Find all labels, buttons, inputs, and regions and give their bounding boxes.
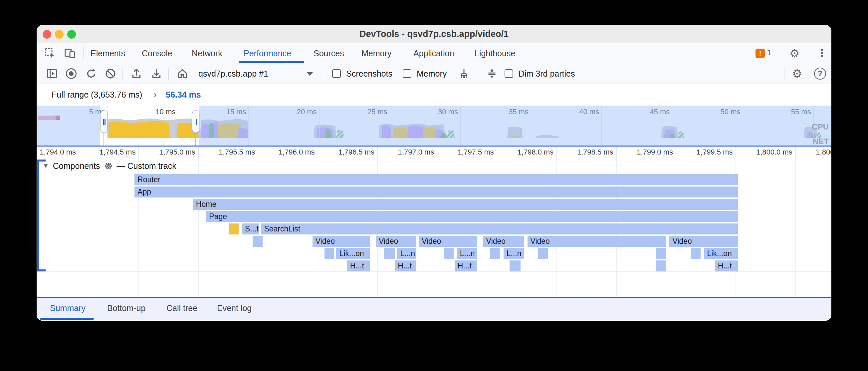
- breadcrumb-full-range[interactable]: Full range (3,653.76 ms): [52, 84, 142, 106]
- flame-event[interactable]: [691, 248, 701, 259]
- flame-event-video[interactable]: Video: [419, 236, 477, 247]
- flame-event-ln[interactable]: L...n: [457, 248, 477, 259]
- flame-event-video[interactable]: Video: [483, 236, 524, 247]
- flame-gridline: [796, 158, 796, 297]
- memory-checkbox[interactable]: [403, 69, 411, 78]
- window-title: DevTools - qsvd7p.csb.app/video/1: [37, 25, 831, 43]
- flame-event-ht[interactable]: H...t: [715, 260, 738, 272]
- tab-bottom-up[interactable]: Bottom-up: [107, 298, 146, 320]
- timeline-overview[interactable]: CPU NET 5 ms10 ms15 ms20 ms25 ms30 ms35 …: [37, 106, 831, 146]
- target-select-arrow-icon[interactable]: [307, 72, 313, 76]
- issues-count[interactable]: 1: [767, 48, 771, 57]
- flame-event[interactable]: [444, 248, 453, 259]
- ruler-tick-label: 1,800.0 ms: [724, 148, 793, 156]
- flame-event-ht[interactable]: H...t: [347, 260, 370, 272]
- flame-event-video[interactable]: Video: [376, 236, 417, 247]
- collapse-tracks-icon[interactable]: [486, 67, 498, 80]
- more-options-icon[interactable]: ⋮: [817, 46, 827, 61]
- flame-event-video[interactable]: Video: [669, 236, 738, 247]
- flame-chart[interactable]: ▼ Components — Custom track RouterAppHom…: [37, 158, 831, 297]
- ruler-tick-label: 1,797.0 ms: [366, 148, 434, 156]
- target-select[interactable]: qsvd7p.csb.app #1: [198, 63, 268, 84]
- tab-sources[interactable]: Sources: [312, 43, 345, 63]
- tab-summary[interactable]: Summary: [50, 298, 86, 320]
- download-profile-icon[interactable]: [150, 67, 162, 80]
- flame-gridline: [79, 158, 79, 297]
- ruler-tick-label: 1,799.5 ms: [664, 148, 733, 156]
- flame-event[interactable]: [490, 248, 500, 259]
- record-button[interactable]: [66, 68, 76, 79]
- overview-shade-right[interactable]: [199, 106, 831, 146]
- flame-event-likon[interactable]: Lik...on: [704, 248, 738, 259]
- inspect-element-icon[interactable]: [44, 47, 56, 59]
- performance-toolbar: qsvd7p.csb.app #1 Screenshots Memory Dim…: [37, 63, 831, 84]
- flame-event[interactable]: [253, 236, 262, 247]
- tab-call-tree[interactable]: Call tree: [166, 298, 197, 320]
- home-icon[interactable]: [176, 67, 188, 80]
- tab-performance[interactable]: Performance: [242, 43, 292, 63]
- flame-event-searchlist[interactable]: SearchList: [261, 224, 738, 234]
- settings-gear-icon[interactable]: ⚙: [789, 46, 800, 61]
- selected-track-bracket: [37, 160, 39, 272]
- flame-event-router[interactable]: Router: [134, 174, 738, 185]
- flame-event-app[interactable]: App: [134, 187, 738, 198]
- tab-lighthouse[interactable]: Lighthouse: [473, 43, 517, 63]
- flame-event[interactable]: [509, 260, 521, 272]
- ruler-tick-label: 1,794.5 ms: [68, 148, 135, 156]
- track-bottom-divider: [37, 272, 831, 272]
- flame-event-ln[interactable]: L...n: [503, 248, 524, 259]
- flame-event[interactable]: [656, 248, 666, 259]
- range-breadcrumb: Full range (3,653.76 ms) › 56.34 ms: [37, 84, 831, 106]
- tab-event-log[interactable]: Event log: [217, 298, 252, 320]
- track-suffix: — Custom track: [117, 161, 176, 171]
- titlebar: DevTools - qsvd7p.csb.app/video/1: [37, 25, 831, 43]
- flame-event-ht[interactable]: H...t: [395, 260, 416, 272]
- flame-event-ln[interactable]: L...n: [397, 248, 416, 259]
- upload-profile-icon[interactable]: [130, 67, 143, 80]
- flame-event[interactable]: [324, 248, 334, 259]
- active-bottom-tab-underline: [40, 318, 94, 320]
- separator: [168, 67, 169, 80]
- screenshots-label: Screenshots: [346, 63, 393, 84]
- ruler-tick-label: 1,798.0 ms: [486, 148, 554, 156]
- tab-console[interactable]: Console: [141, 43, 174, 63]
- tab-network[interactable]: Network: [190, 43, 224, 63]
- capture-settings-gear-icon[interactable]: ⚙: [792, 66, 802, 81]
- flame-event-video[interactable]: Video: [312, 236, 370, 247]
- device-toolbar-icon[interactable]: [64, 47, 76, 59]
- breadcrumb-selected-range[interactable]: 56.34 ms: [166, 84, 201, 106]
- issues-badge-icon[interactable]: !: [755, 49, 765, 58]
- tab-memory[interactable]: Memory: [360, 43, 393, 63]
- help-icon[interactable]: ?: [814, 67, 826, 80]
- overview-handle-right[interactable]: [192, 110, 199, 133]
- screenshots-checkbox[interactable]: [332, 69, 341, 78]
- separator: [323, 67, 323, 80]
- track-name: Components: [53, 161, 100, 171]
- collapse-track-icon[interactable]: ▼: [42, 162, 49, 170]
- tab-elements[interactable]: Elements: [89, 43, 126, 63]
- flame-event[interactable]: [656, 260, 666, 272]
- flame-event[interactable]: [384, 248, 395, 259]
- tab-application[interactable]: Application: [412, 43, 455, 63]
- overview-shade-left[interactable]: [37, 106, 100, 146]
- flame-event-likon[interactable]: Lik...on: [336, 248, 370, 259]
- dim-3rd-parties-checkbox[interactable]: [504, 69, 513, 78]
- separator: [122, 67, 123, 80]
- selection-edge-line: [195, 132, 196, 146]
- flame-event-video[interactable]: Video: [528, 236, 666, 247]
- reload-and-record-icon[interactable]: [85, 67, 97, 80]
- flame-event-ht[interactable]: H...t: [455, 260, 477, 272]
- ruler-tick-label: 1,797.5 ms: [426, 148, 494, 156]
- track-header[interactable]: ▼ Components — Custom track: [42, 160, 176, 172]
- flame-event[interactable]: [538, 248, 548, 259]
- clear-icon[interactable]: [104, 67, 117, 80]
- collect-garbage-icon[interactable]: [458, 67, 470, 80]
- toggle-sidebar-icon[interactable]: [46, 67, 58, 80]
- flame-event-st[interactable]: S...t: [242, 224, 259, 234]
- flame-event-page[interactable]: Page: [206, 211, 738, 222]
- separator: [478, 67, 478, 80]
- flame-event[interactable]: [229, 224, 239, 234]
- overview-handle-left[interactable]: [100, 110, 107, 133]
- flame-event-home[interactable]: Home: [193, 199, 738, 210]
- dim-3rd-parties-label: Dim 3rd parties: [519, 63, 575, 84]
